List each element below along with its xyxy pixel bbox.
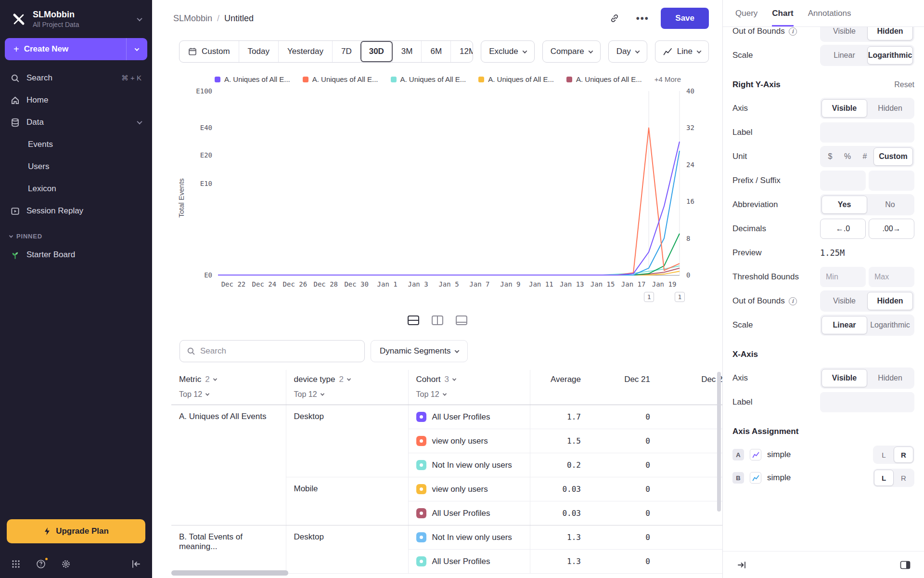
collapse-sidebar-icon[interactable] (130, 558, 142, 570)
assign-a-left-option[interactable]: L (874, 447, 894, 463)
settings-gear-icon[interactable] (60, 558, 72, 570)
assign-a-right-option[interactable]: R (894, 447, 913, 463)
metric-top-filter[interactable]: Top 12 (179, 390, 278, 399)
table-row[interactable]: B. Total Events of meaning... Desktop No… (171, 525, 722, 550)
table-search[interactable] (180, 340, 365, 362)
decimals-increase-button[interactable]: .00→ (869, 219, 914, 239)
device-top-filter[interactable]: Top 12 (294, 390, 400, 399)
legend-item[interactable]: A. Uniques of All E... (478, 75, 554, 83)
sidebar-item-session-replay[interactable]: Session Replay (0, 200, 152, 222)
unit-custom-option[interactable]: Custom (873, 147, 913, 166)
assign-b-left-option[interactable]: L (874, 470, 894, 486)
prefix-input[interactable] (820, 171, 866, 191)
info-icon[interactable]: i (789, 27, 797, 36)
average-column-header[interactable]: Average (530, 370, 589, 405)
axis-label-input[interactable] (820, 122, 914, 143)
reset-link[interactable]: Reset (894, 80, 914, 89)
unit-dollar-option[interactable]: $ (821, 147, 839, 166)
abbreviation-no-option[interactable]: No (867, 196, 913, 214)
scale-linear-option[interactable]: Linear (821, 46, 867, 65)
apps-grid-icon[interactable] (10, 558, 22, 570)
tab-chart[interactable]: Chart (772, 0, 793, 26)
tab-annotations[interactable]: Annotations (808, 0, 851, 26)
workspace-switcher[interactable]: SLMobbin All Project Data (0, 0, 152, 36)
save-button[interactable]: Save (661, 8, 709, 29)
sidebar-item-search[interactable]: Search ⌘ + K (0, 67, 152, 89)
plot-area[interactable]: E100E40E20E10E0 4032241680 (218, 91, 680, 276)
oob-hidden-option[interactable]: Hidden (867, 27, 913, 40)
table-row[interactable]: A. Uniques of All Events Desktop All Use… (171, 405, 722, 429)
breadcrumb-report-title[interactable]: Untitled (224, 13, 254, 24)
decimals-decrease-button[interactable]: ←.0 (820, 219, 866, 239)
sidebar-item-lexicon[interactable]: Lexicon (0, 178, 152, 200)
annotation-badge[interactable]: 1 (644, 292, 654, 302)
preset-7d[interactable]: 7D (332, 41, 360, 62)
sidebar-item-events[interactable]: Events (0, 133, 152, 156)
legend-item[interactable]: A. Uniques of All E... (391, 75, 466, 83)
chart-type-dropdown[interactable]: Line (655, 40, 709, 63)
threshold-min-input[interactable] (820, 267, 866, 287)
legend-item[interactable]: A. Uniques of All E... (566, 75, 642, 83)
scale-linear-option[interactable]: Linear (821, 316, 867, 334)
unit-percent-option[interactable]: % (839, 147, 856, 166)
legend-item[interactable]: A. Uniques of All E... (303, 75, 378, 83)
axis-visible-option[interactable]: Visible (821, 99, 867, 118)
sidebar-item-users[interactable]: Users (0, 156, 152, 178)
preset-6m[interactable]: 6M (421, 41, 450, 62)
scale-logarithmic-option[interactable]: Logarithmic (867, 46, 913, 65)
search-input[interactable] (200, 346, 358, 356)
compare-dropdown[interactable]: Compare (542, 40, 601, 63)
x-axis-tick: Jan 3 (408, 280, 428, 288)
preview-row: Preview 1.25M (732, 241, 914, 265)
more-options-icon[interactable]: ••• (633, 9, 652, 28)
vertical-scrollbar[interactable] (717, 372, 721, 512)
sidebar-item-starter-board[interactable]: Starter Board (0, 244, 152, 266)
upgrade-plan-button[interactable]: Upgrade Plan (7, 519, 145, 543)
suffix-input[interactable] (869, 171, 914, 191)
unit-hash-option[interactable]: # (856, 147, 873, 166)
breadcrumb-project[interactable]: SLMobbin (173, 13, 212, 24)
assign-b-right-option[interactable]: R (894, 470, 913, 486)
annotation-badge[interactable]: 1 (675, 292, 685, 302)
layout-split-vertical-icon[interactable] (429, 313, 446, 328)
horizontal-scrollbar[interactable] (171, 570, 288, 576)
x-axis-hidden-option[interactable]: Hidden (867, 369, 913, 387)
help-icon[interactable] (35, 558, 47, 570)
scale-logarithmic-option[interactable]: Logarithmic (867, 316, 913, 334)
pinned-section-toggle[interactable]: PINNED (0, 222, 152, 244)
exclude-dropdown[interactable]: Exclude (481, 40, 534, 63)
segmentation-table: Metric2 Top 12 device type2 Top 12 Cohor… (171, 370, 722, 574)
dynamic-segments-dropdown[interactable]: Dynamic Segments (371, 340, 468, 362)
legend-item[interactable]: A. Uniques of All E... (215, 75, 290, 83)
x-axis-visible-option[interactable]: Visible (821, 369, 867, 387)
skip-to-end-icon[interactable] (733, 557, 750, 573)
copy-link-icon[interactable] (605, 9, 624, 28)
cohort-top-filter[interactable]: Top 12 (416, 390, 522, 399)
create-new-dropdown[interactable] (126, 38, 147, 60)
custom-date-button[interactable]: Custom (180, 41, 239, 62)
granularity-dropdown[interactable]: Day (608, 40, 647, 63)
oob-visible-option[interactable]: Visible (821, 27, 867, 40)
dec21-column-header[interactable]: Dec 21 (589, 370, 658, 405)
x-axis-label-input[interactable] (820, 392, 914, 412)
layout-bottom-panel-icon[interactable] (453, 313, 470, 328)
sidebar-item-data[interactable]: Data (0, 111, 152, 133)
layout-split-horizontal-icon[interactable] (405, 313, 422, 328)
preset-yesterday[interactable]: Yesterday (278, 41, 332, 62)
legend-more-button[interactable]: +4 More (654, 75, 681, 83)
preset-3m[interactable]: 3M (392, 41, 422, 62)
next-column-header[interactable]: Dec 22 (658, 370, 722, 405)
info-icon[interactable]: i (789, 297, 797, 305)
oob-hidden-option[interactable]: Hidden (867, 292, 913, 310)
preset-today[interactable]: Today (239, 41, 278, 62)
threshold-max-input[interactable] (869, 267, 914, 287)
abbreviation-yes-option[interactable]: Yes (821, 196, 867, 214)
preset-12m[interactable]: 12M (450, 41, 473, 62)
oob-visible-option[interactable]: Visible (821, 292, 867, 310)
preset-30d[interactable]: 30D (360, 41, 393, 62)
tab-query[interactable]: Query (735, 0, 757, 26)
axis-hidden-option[interactable]: Hidden (867, 99, 913, 118)
create-new-button[interactable]: + Create New (5, 38, 147, 60)
sidebar-item-home[interactable]: Home (0, 89, 152, 111)
collapse-panel-icon[interactable] (897, 557, 913, 573)
